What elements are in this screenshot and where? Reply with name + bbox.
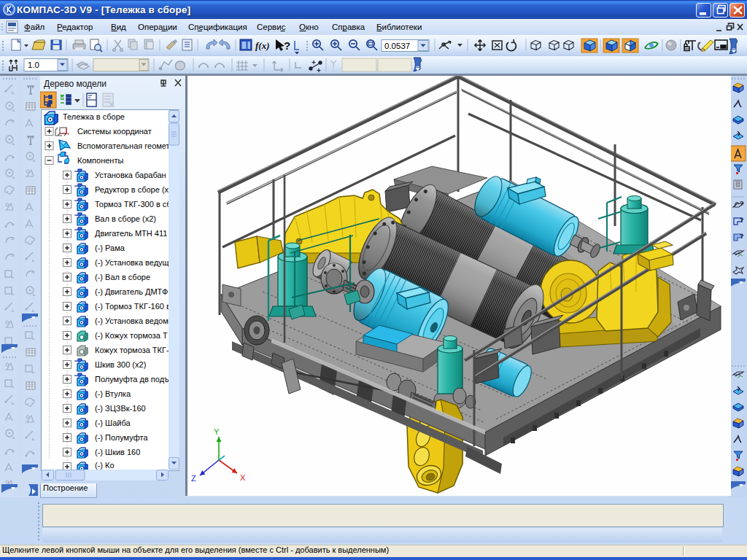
svg-text:(-) Втулка: (-) Втулка — [95, 389, 131, 398]
svg-text:Операции: Операции — [138, 23, 177, 31]
svg-text:Двигатель МТН 411: Двигатель МТН 411 — [95, 229, 167, 238]
svg-text:Шкив 300 (х2): Шкив 300 (х2) — [95, 360, 146, 369]
svg-text:(-) Установка ведом: (-) Установка ведом — [95, 316, 169, 325]
svg-text:(-) Рама: (-) Рама — [95, 244, 125, 252]
svg-text:Вал в сборе (х2): Вал в сборе (х2) — [95, 214, 156, 223]
svg-text:(-) Вал в сборе: (-) Вал в сборе — [95, 273, 150, 281]
svg-text:(-) Ко: (-) Ко — [95, 461, 115, 470]
svg-text:?: ? — [284, 39, 290, 52]
svg-text:Библиотеки: Библиотеки — [376, 23, 422, 31]
svg-text:Дерево модели: Дерево модели — [44, 79, 107, 89]
svg-text:Установка барабан: Установка барабан — [95, 171, 166, 179]
svg-text:(-) Шайба: (-) Шайба — [95, 419, 131, 427]
svg-text:(-) Кожух тормоза Т: (-) Кожух тормоза Т — [95, 331, 168, 340]
svg-text:(-) Тормоз ТКГ-160 в: (-) Тормоз ТКГ-160 в — [95, 302, 169, 311]
svg-text:Полумуфта дв подъ: Полумуфта дв подъ — [95, 375, 169, 384]
svg-text:Вид: Вид — [111, 23, 126, 31]
svg-text:(-) Шкив 160: (-) Шкив 160 — [95, 448, 140, 456]
svg-text:f(x): f(x) — [255, 40, 270, 51]
svg-text:Окно: Окно — [299, 23, 319, 31]
svg-text:(-) Установка ведущ: (-) Установка ведущ — [95, 258, 169, 267]
svg-text:Кожух тормоза ТКГ-: Кожух тормоза ТКГ- — [95, 346, 169, 354]
svg-text:Вспомогательная геомет: Вспомогательная геомет — [77, 141, 169, 150]
svg-text:X: X — [240, 473, 246, 482]
svg-text:Редактор: Редактор — [57, 23, 93, 31]
svg-text:(-) Полумуфта: (-) Полумуфта — [95, 433, 148, 442]
svg-text:(-) ЗЦЗВк-160: (-) ЗЦЗВк-160 — [95, 404, 146, 413]
svg-text:Y: Y — [214, 427, 220, 436]
svg-text:Спецификация: Спецификация — [188, 23, 247, 31]
svg-text:Файл: Файл — [24, 23, 44, 31]
svg-text:Тормоз ТКГ-300 в сб: Тормоз ТКГ-300 в сб — [95, 200, 169, 209]
svg-text:Справка: Справка — [332, 23, 365, 31]
svg-text:(-) Двигатель ДМТФ: (-) Двигатель ДМТФ — [95, 287, 168, 296]
svg-text:Редуктор в сборе (х: Редуктор в сборе (х — [95, 185, 169, 194]
svg-text:Сервис: Сервис — [257, 23, 286, 31]
svg-text:Z: Z — [191, 474, 196, 483]
svg-text:Системы координат: Системы координат — [77, 127, 152, 136]
svg-text:Компоненты: Компоненты — [77, 156, 123, 165]
svg-text:0.0537: 0.0537 — [384, 42, 410, 50]
svg-text:Тележка в сборе: Тележка в сборе — [63, 112, 125, 121]
svg-text:1.0: 1.0 — [28, 61, 39, 69]
